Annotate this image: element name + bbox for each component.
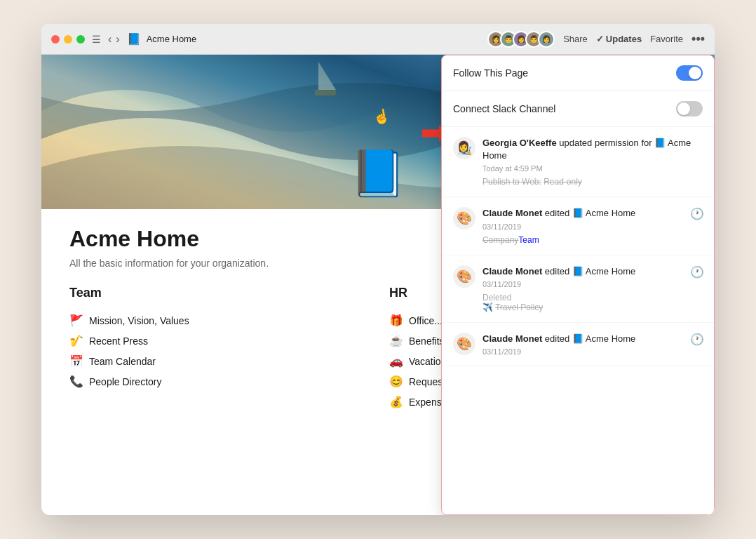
time-off-icon: 😊 [389, 375, 403, 388]
action-text: edited 📘 Acme Home [545, 333, 635, 344]
entry-text: Claude Monet edited 📘 Acme Home [482, 207, 703, 220]
clock-icon: 🕐 [690, 265, 704, 279]
slack-row: Connect Slack Channel [442, 91, 714, 127]
page-icon: 📘 [127, 32, 141, 46]
favorite-button[interactable]: Favorite [650, 34, 683, 44]
author-name: Claude Monet [482, 333, 542, 344]
vacation-icon: 🚗 [389, 354, 403, 368]
old-permission-value: Read-only [544, 177, 582, 187]
author-name: Claude Monet [482, 208, 542, 218]
item-label: Mission, Vision, Values [89, 315, 189, 326]
checkmark-icon: ✓ [596, 34, 604, 44]
item-label: Recent Press [89, 335, 148, 347]
office-icon: 🎁 [389, 314, 403, 327]
avatar: 🎨 [453, 207, 475, 229]
toolbar-right: 👩 👨 👩 👨 👩 Share ✓ Updates Favorite ••• [487, 31, 705, 48]
deleted-icon: ✈️ [482, 302, 495, 312]
update-entry-monet-3: 🎨 Claude Monet edited 📘 Acme Home 03/11/… [442, 323, 714, 366]
close-button[interactable] [51, 35, 60, 44]
slack-label: Connect Slack Channel [453, 103, 555, 114]
back-button[interactable]: ‹ [108, 33, 112, 46]
author-name: Georgia O'Keeffe [482, 138, 557, 148]
entry-time: 03/11/2019 [482, 222, 703, 231]
clock-icon: 🕐 [690, 207, 704, 220]
entry-change: CompanyTeam [482, 235, 703, 245]
entry-body: Claude Monet edited 📘 Acme Home 03/11/20… [482, 207, 703, 244]
flag-icon: 🚩 [69, 314, 83, 327]
old-permission: Publish to Web: [482, 177, 541, 187]
item-label: Office... [409, 315, 443, 326]
entry-header: 👩‍🎨 Georgia O'Keeffe updated permission … [453, 137, 703, 187]
list-item[interactable]: 📞 People Directory [69, 371, 367, 392]
update-entry-georgia: 👩‍🎨 Georgia O'Keeffe updated permission … [442, 127, 714, 197]
updates-panel: Follow This Page Connect Slack Channel 👩… [441, 55, 715, 515]
author-name: Claude Monet [482, 266, 542, 277]
entry-header: 🎨 Claude Monet edited 📘 Acme Home 03/11/… [453, 265, 703, 312]
tab-area: 📘 Acme Home [127, 32, 480, 46]
follow-row: Follow This Page [442, 55, 714, 91]
share-button[interactable]: Share [563, 34, 588, 44]
benefits-icon: ☕ [389, 334, 403, 347]
entry-body: Georgia O'Keeffe updated permission for … [482, 137, 703, 187]
more-button[interactable]: ••• [691, 32, 705, 46]
maximize-button[interactable] [76, 35, 85, 44]
forward-button[interactable]: › [116, 33, 119, 46]
follow-label: Follow This Page [453, 67, 528, 79]
avatar: 🎨 [453, 265, 475, 288]
avatars-group: 👩 👨 👩 👨 👩 [487, 31, 555, 48]
action-text: edited 📘 Acme Home [545, 266, 635, 277]
tab-title: Acme Home [147, 34, 197, 44]
avatar: 👩‍🎨 [453, 137, 475, 159]
deleted-item: Travel Policy [495, 302, 543, 312]
toggle-knob [689, 67, 701, 79]
page-content: 📘 ➡ Acme Home All the basic information … [41, 55, 715, 515]
entry-time: Today at 4:59 PM [482, 164, 703, 173]
toggle-knob [677, 102, 690, 115]
new-value: Team [518, 235, 539, 245]
entry-header: 🎨 Claude Monet edited 📘 Acme Home 03/11/… [453, 333, 703, 356]
browser-window: ☰ ‹ › 📘 Acme Home 👩 👨 👩 👨 👩 Share ✓ Upda… [41, 24, 715, 515]
deleted-label: Deleted [482, 293, 511, 302]
svg-rect-0 [315, 90, 336, 95]
entry-body: Claude Monet edited 📘 Acme Home 03/11/20… [482, 333, 703, 356]
entry-text: Claude Monet edited 📘 Acme Home [482, 333, 703, 345]
entry-time: 03/11/2019 [482, 280, 703, 288]
update-entry-monet-2: 🎨 Claude Monet edited 📘 Acme Home 03/11/… [442, 255, 714, 323]
menu-icon[interactable]: ☰ [92, 34, 101, 45]
old-value: Company [482, 235, 518, 245]
entry-text: Georgia O'Keeffe updated permission for … [482, 137, 703, 162]
phone-icon: 📞 [69, 375, 83, 388]
expense-icon: 💰 [389, 395, 403, 408]
list-item[interactable]: 📅 Team Calendar [69, 351, 367, 371]
clock-icon: 🕐 [690, 333, 704, 346]
entry-text: Claude Monet edited 📘 Acme Home [482, 265, 703, 278]
entry-time: 03/11/2019 [482, 347, 703, 356]
list-item[interactable]: 🎷 Recent Press [69, 331, 367, 351]
action-text: edited 📘 Acme Home [545, 208, 635, 218]
team-items-list: 🚩 Mission, Vision, Values 🎷 Recent Press… [69, 310, 367, 392]
press-icon: 🎷 [69, 334, 83, 347]
permission-change: Publish to Web: Read-only [482, 177, 703, 187]
item-label: Team Calendar [89, 356, 156, 367]
list-item[interactable]: 🚩 Mission, Vision, Values [69, 310, 367, 331]
updates-button[interactable]: ✓ Updates [596, 34, 642, 44]
calendar-icon: 📅 [69, 354, 83, 368]
follow-toggle[interactable] [676, 65, 703, 81]
item-label: People Directory [89, 376, 162, 387]
traffic-lights [51, 35, 85, 44]
hero-book: 📘 [350, 147, 406, 200]
entry-header: 🎨 Claude Monet edited 📘 Acme Home 03/11/… [453, 207, 703, 244]
entry-body: Claude Monet edited 📘 Acme Home 03/11/20… [482, 265, 703, 312]
nav-buttons: ‹ › [108, 33, 120, 46]
titlebar: ☰ ‹ › 📘 Acme Home 👩 👨 👩 👨 👩 Share ✓ Upda… [41, 24, 715, 55]
team-column: Team 🚩 Mission, Vision, Values 🎷 Recent … [69, 286, 367, 412]
entry-change: Deleted ✈️ Travel Policy [482, 293, 703, 312]
minimize-button[interactable] [64, 35, 72, 44]
slack-toggle[interactable] [676, 101, 703, 117]
update-entry-monet-1: 🎨 Claude Monet edited 📘 Acme Home 03/11/… [442, 197, 714, 255]
avatar: 👩 [538, 31, 555, 48]
team-column-header: Team [69, 286, 367, 300]
avatar: 🎨 [453, 333, 475, 355]
